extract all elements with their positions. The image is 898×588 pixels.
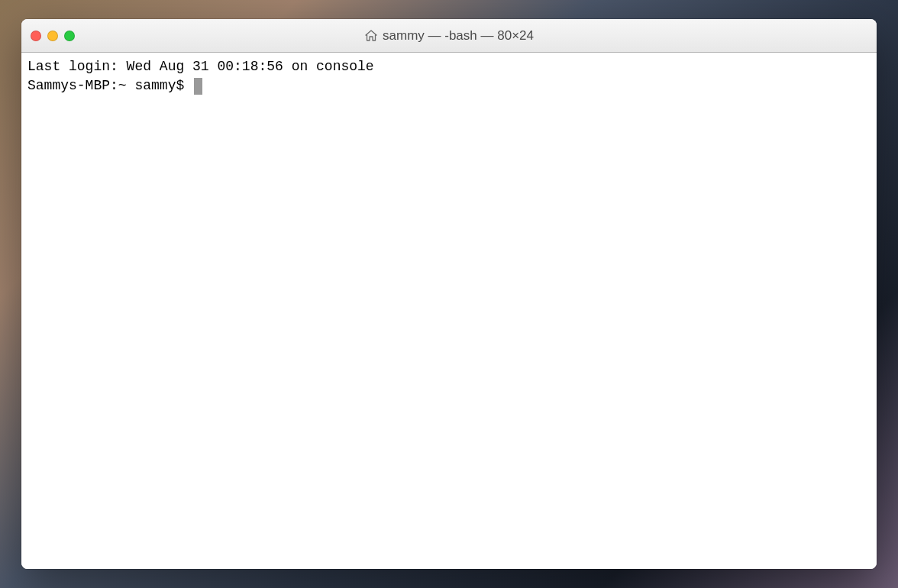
- close-button[interactable]: [31, 31, 41, 41]
- cursor: [194, 78, 202, 95]
- last-login-line: Last login: Wed Aug 31 00:18:56 on conso…: [27, 57, 871, 76]
- window-title: sammy — -bash — 80×24: [383, 28, 534, 44]
- window-title-container: sammy — -bash — 80×24: [364, 28, 534, 44]
- prompt-line: Sammys-MBP:~ sammy$: [27, 76, 871, 95]
- traffic-lights: [31, 31, 75, 41]
- minimize-button[interactable]: [47, 31, 58, 41]
- terminal-window: sammy — -bash — 80×24 Last login: Wed Au…: [21, 19, 877, 569]
- terminal-body[interactable]: Last login: Wed Aug 31 00:18:56 on conso…: [21, 53, 877, 569]
- titlebar[interactable]: sammy — -bash — 80×24: [21, 19, 877, 53]
- maximize-button[interactable]: [64, 31, 75, 41]
- home-icon: [364, 29, 378, 43]
- shell-prompt: Sammys-MBP:~ sammy$: [27, 76, 192, 95]
